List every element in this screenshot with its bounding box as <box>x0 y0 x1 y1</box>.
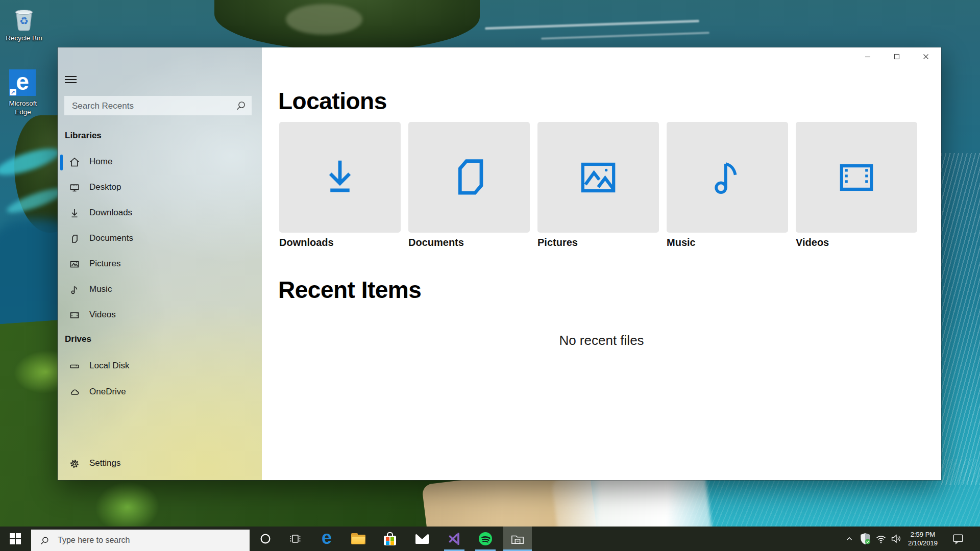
tray-wifi-icon[interactable] <box>873 527 889 551</box>
hard-drive-icon <box>68 360 81 372</box>
taskbar-clock[interactable]: 2:59 PM 2/10/2019 <box>901 530 944 547</box>
action-center-icon[interactable] <box>950 527 966 551</box>
sidebar-search-box[interactable] <box>64 96 252 115</box>
clock-date: 2/10/2019 <box>901 539 944 547</box>
tile-label: Pictures <box>537 237 659 248</box>
sidebar-item-documents[interactable]: Documents <box>58 226 262 252</box>
sidebar-item-label: OneDrive <box>89 387 126 397</box>
wallpaper-rock <box>286 4 362 35</box>
tray-chevron-up-icon[interactable] <box>842 527 857 551</box>
selection-indicator <box>60 155 63 170</box>
sidebar-item-home[interactable]: Home <box>58 149 262 175</box>
taskbar-search-input[interactable] <box>57 530 250 551</box>
files-app-icon <box>510 532 525 545</box>
spotify-button[interactable] <box>473 527 498 551</box>
tile-downloads[interactable] <box>279 122 401 233</box>
wallpaper-wave <box>541 32 709 40</box>
sidebar-item-label: Settings <box>89 458 120 468</box>
store-icon <box>383 532 397 545</box>
sidebar-item-downloads[interactable]: Downloads <box>58 201 262 226</box>
tile-videos[interactable] <box>796 122 917 233</box>
monitor-icon <box>68 182 81 194</box>
sidebar-item-label: Documents <box>89 233 133 243</box>
sidebar-item-label: Local Disk <box>89 361 129 371</box>
taskbar: e <box>0 527 980 551</box>
sidebar-item-onedrive[interactable]: OneDrive <box>58 380 262 405</box>
wallpaper-sea-sparkle <box>941 153 980 485</box>
svg-text:♻: ♻ <box>19 15 29 27</box>
tile-documents[interactable] <box>408 122 530 233</box>
film-icon <box>68 309 81 321</box>
sidebar-item-label: Pictures <box>89 259 120 269</box>
sidebar: Libraries Home Desktop <box>58 47 262 480</box>
sidebar-item-music[interactable]: Music <box>58 277 262 303</box>
sidebar-item-settings[interactable]: Settings <box>58 451 262 477</box>
desktop-icon-label: Microsoft Edge <box>4 99 42 116</box>
desktop-icon-label: Recycle Bin <box>0 34 48 42</box>
visual-studio-icon <box>447 531 462 546</box>
task-view-button[interactable] <box>283 527 307 551</box>
tile-label: Downloads <box>279 237 401 248</box>
tray-defender-shield-icon[interactable] <box>857 527 873 551</box>
files-app-window: Libraries Home Desktop <box>58 47 941 480</box>
recycle-bin-icon: ♻ <box>12 6 36 33</box>
tile-label: Documents <box>408 237 530 248</box>
recent-empty-message: No recent files <box>262 333 941 348</box>
minimize-button[interactable] <box>856 47 879 66</box>
edge-icon: e ↗ <box>9 69 36 96</box>
search-icon <box>40 536 50 545</box>
edge-taskbar-button[interactable]: e <box>314 527 339 551</box>
cortana-button[interactable] <box>253 527 278 551</box>
desktop-screen: ♻ Recycle Bin e ↗ Microsoft Edge <box>0 0 980 551</box>
start-button[interactable] <box>3 527 28 551</box>
sidebar-item-label: Music <box>89 284 112 294</box>
sidebar-item-label: Desktop <box>89 182 121 192</box>
cortana-icon <box>259 533 272 545</box>
tile-pictures[interactable] <box>537 122 659 233</box>
gear-icon <box>68 458 81 470</box>
edge-letter: e <box>16 70 29 93</box>
clock-time: 2:59 PM <box>901 530 944 539</box>
store-button[interactable] <box>378 527 402 551</box>
tile-label: Videos <box>796 237 917 248</box>
taskbar-search-box[interactable] <box>31 530 250 551</box>
sidebar-item-videos[interactable]: Videos <box>58 303 262 328</box>
close-button[interactable] <box>914 47 938 66</box>
edge-icon: e <box>322 529 332 546</box>
wallpaper-wave <box>485 20 699 30</box>
sidebar-section-header: Libraries <box>65 131 167 141</box>
task-view-icon <box>288 532 302 545</box>
sidebar-item-label: Downloads <box>89 208 132 218</box>
home-icon <box>68 156 81 168</box>
sidebar-item-label: Videos <box>89 310 116 320</box>
tile-music[interactable] <box>667 122 788 233</box>
sidebar-item-pictures[interactable]: Pictures <box>58 252 262 277</box>
music-note-icon <box>68 284 81 296</box>
sidebar-item-label: Home <box>89 157 112 167</box>
locations-heading: Locations <box>278 87 387 115</box>
shortcut-arrow-icon: ↗ <box>10 89 16 95</box>
spotify-icon <box>478 532 493 546</box>
sidebar-item-desktop[interactable]: Desktop <box>58 175 262 201</box>
download-icon <box>68 207 81 219</box>
tile-label: Music <box>667 237 788 248</box>
sidebar-search-input[interactable] <box>71 96 231 116</box>
files-app-button-active[interactable] <box>503 527 532 551</box>
mail-button[interactable] <box>410 527 434 551</box>
file-explorer-icon <box>351 533 365 544</box>
sidebar-item-local-disk[interactable]: Local Disk <box>58 354 262 379</box>
recent-items-heading: Recent Items <box>278 276 421 304</box>
sidebar-section-header: Drives <box>65 334 167 344</box>
document-icon <box>68 233 81 245</box>
mail-icon <box>415 534 429 544</box>
search-icon <box>235 100 247 111</box>
file-explorer-button[interactable] <box>346 527 371 551</box>
maximize-button[interactable] <box>885 47 909 66</box>
visual-studio-button[interactable] <box>442 527 467 551</box>
cloud-icon <box>68 386 81 398</box>
picture-icon <box>68 258 81 270</box>
hamburger-icon[interactable] <box>65 76 77 83</box>
